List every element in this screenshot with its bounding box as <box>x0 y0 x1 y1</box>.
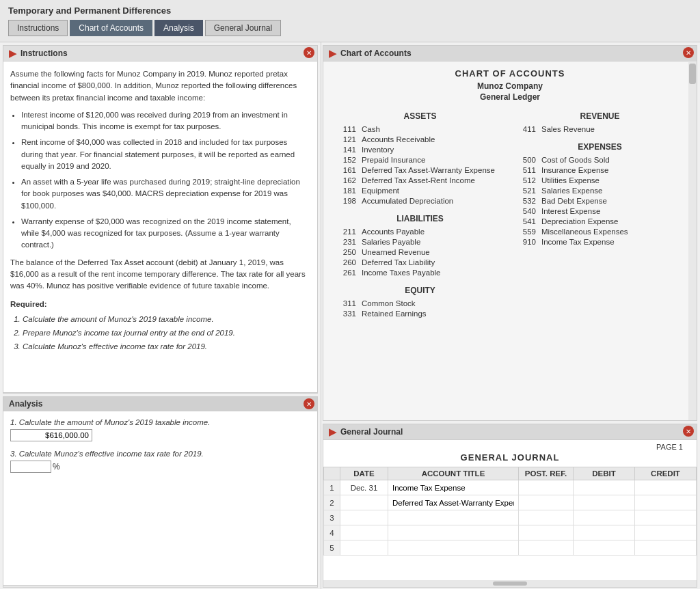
required-item-1: Calculate the amount of Munoz's 2019 tax… <box>23 314 310 325</box>
gj-post-4[interactable] <box>519 525 574 540</box>
gj-debit-2[interactable] <box>574 495 635 510</box>
gj-credit-4[interactable] <box>635 525 697 540</box>
coa-name: Common Stock <box>362 299 416 307</box>
gj-rownum-5: 5 <box>324 540 340 556</box>
gj-post-input-3[interactable] <box>523 514 569 522</box>
gj-title-1[interactable] <box>388 480 519 495</box>
coa-name: Cash <box>362 125 380 133</box>
gj-debit-input-2[interactable] <box>578 499 630 507</box>
coa-name: Insurance Expense <box>541 166 608 174</box>
gj-credit-input-2[interactable] <box>639 499 692 507</box>
gj-title-input-1[interactable] <box>392 484 514 492</box>
gj-post-5[interactable] <box>519 540 574 556</box>
gj-post-input-2[interactable] <box>523 499 569 507</box>
gj-date-input-2[interactable] <box>345 499 383 507</box>
coa-liabilities-title: LIABILITIES <box>337 214 503 223</box>
gj-bottom-scrollbar[interactable] <box>323 580 697 587</box>
analysis-input-2[interactable] <box>10 461 51 473</box>
gj-title-3[interactable] <box>388 510 519 525</box>
coa-num: 500 <box>517 156 536 164</box>
analysis-scrollbar[interactable] <box>3 585 317 588</box>
gj-post-1[interactable] <box>519 480 574 495</box>
gj-debit-input-5[interactable] <box>578 544 630 552</box>
gj-post-input-4[interactable] <box>523 529 569 537</box>
gj-credit-input-4[interactable] <box>639 529 692 537</box>
gj-title-input-4[interactable] <box>392 529 514 537</box>
gj-close-button[interactable]: ✕ <box>683 426 694 437</box>
gj-credit-input-1[interactable] <box>639 484 692 492</box>
gj-debit-input-1[interactable] <box>578 484 630 492</box>
coa-num: 261 <box>337 269 356 277</box>
gj-rownum-3: 3 <box>324 510 340 525</box>
tab-chart-of-accounts[interactable]: Chart of Accounts <box>70 20 152 36</box>
gj-date-4[interactable] <box>340 525 388 540</box>
gj-title-input-2[interactable] <box>392 499 514 507</box>
analysis-close-button[interactable]: ✕ <box>304 398 314 409</box>
coa-liab-4: 260 Deferred Tax Liability <box>337 258 503 266</box>
gj-credit-3[interactable] <box>635 510 697 525</box>
gj-debit-input-3[interactable] <box>578 514 630 522</box>
gj-date-input-3[interactable] <box>345 514 383 522</box>
gj-title-5[interactable] <box>388 540 519 556</box>
gj-debit-input-4[interactable] <box>578 529 630 537</box>
gj-title-2[interactable] <box>388 495 519 510</box>
coa-name: Retained Earnings <box>362 310 427 318</box>
coa-asset-6: 162 Deferred Tax Asset-Rent Income <box>337 176 503 184</box>
gj-date-5[interactable] <box>340 540 388 556</box>
gj-col-debit: DEBIT <box>574 467 635 480</box>
coa-name: Deferred Tax Asset-Rent Income <box>362 176 475 184</box>
gj-collapse-arrow-icon: ▶ <box>329 426 336 437</box>
coa-vertical-scrollbar[interactable] <box>688 62 697 420</box>
analysis-item-2: 3. Calculate Munoz's effective income ta… <box>10 450 310 473</box>
coa-name: Sales Revenue <box>541 125 595 133</box>
instructions-panel-header: ▶ Instructions ✕ <box>3 46 317 61</box>
coa-close-button[interactable]: ✕ <box>683 47 694 58</box>
gj-credit-input-3[interactable] <box>639 514 692 522</box>
gj-date-3[interactable] <box>340 510 388 525</box>
gj-title-input-5[interactable] <box>392 544 514 552</box>
gj-post-input-5[interactable] <box>523 544 569 552</box>
right-panel: ▶ Chart of Accounts ✕ CHART OF ACCOUNTS … <box>321 42 700 589</box>
gj-debit-3[interactable] <box>574 510 635 525</box>
gj-col-credit: CREDIT <box>635 467 697 480</box>
coa-exp-5: 532 Bad Debt Expense <box>517 197 683 205</box>
coa-num: 121 <box>337 135 356 143</box>
gj-page-label: PAGE 1 <box>323 440 697 452</box>
coa-num: 141 <box>337 146 356 154</box>
tab-general-journal[interactable]: General Journal <box>205 20 281 36</box>
gj-credit-2[interactable] <box>635 495 697 510</box>
gj-credit-5[interactable] <box>635 540 697 556</box>
gj-credit-1[interactable] <box>635 480 697 495</box>
gj-title-4[interactable] <box>388 525 519 540</box>
coa-exp-2: 511 Insurance Expense <box>517 166 683 174</box>
gj-title: GENERAL JOURNAL <box>323 452 697 463</box>
coa-name: Depreciation Expense <box>541 217 619 225</box>
coa-content: CHART OF ACCOUNTS Munoz Company General … <box>323 61 697 420</box>
coa-asset-1: 111 Cash <box>337 125 503 133</box>
gj-row-4: 4 <box>324 525 697 540</box>
gj-debit-5[interactable] <box>574 540 635 556</box>
instructions-scrollbar[interactable] <box>3 392 317 394</box>
coa-asset-5: 161 Deferred Tax Asset-Warranty Expense <box>337 166 503 174</box>
required-list: Calculate the amount of Munoz's 2019 tax… <box>23 314 310 353</box>
tab-analysis[interactable]: Analysis <box>154 20 203 36</box>
instructions-close-button[interactable]: ✕ <box>304 47 314 58</box>
coa-num: 161 <box>337 166 356 174</box>
gj-title-input-3[interactable] <box>392 514 514 522</box>
gj-post-2[interactable] <box>519 495 574 510</box>
gj-credit-input-5[interactable] <box>639 544 692 552</box>
gj-date-input-4[interactable] <box>345 529 383 537</box>
analysis-input-1[interactable] <box>10 429 92 441</box>
gj-debit-4[interactable] <box>574 525 635 540</box>
gj-post-3[interactable] <box>519 510 574 525</box>
gj-debit-1[interactable] <box>574 480 635 495</box>
gj-date-2[interactable] <box>340 495 388 510</box>
coa-name: Accounts Payable <box>362 228 425 236</box>
gj-date-input-5[interactable] <box>345 544 383 552</box>
tab-instructions[interactable]: Instructions <box>8 20 68 36</box>
coa-name: Prepaid Insurance <box>362 156 425 164</box>
coa-name: Equipment <box>362 187 399 195</box>
bullet-4: Warranty expense of $20,000 was recogniz… <box>21 216 310 251</box>
coa-num: 540 <box>517 207 536 215</box>
gj-post-input-1[interactable] <box>523 484 569 492</box>
